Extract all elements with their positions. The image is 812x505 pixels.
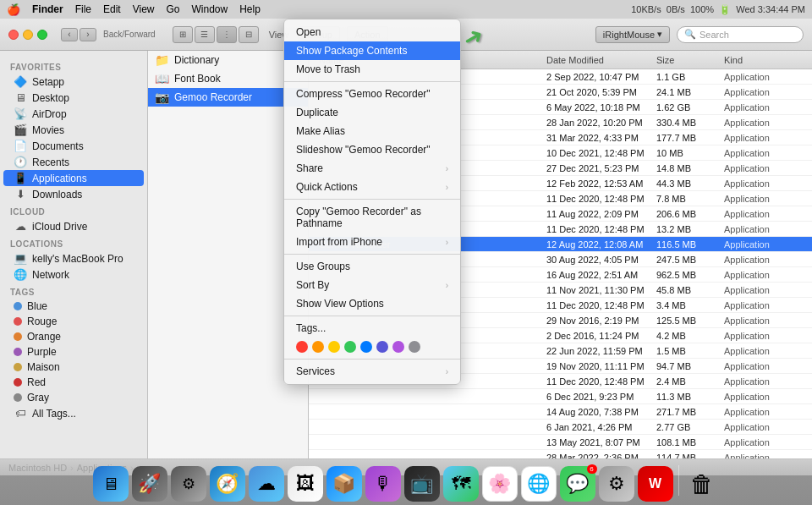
sidebar-label-purple: Purple [27, 346, 57, 358]
sidebar-item-icloud-drive[interactable]: ☁ iCloud Drive [3, 218, 144, 234]
edit-menu[interactable]: Edit [103, 3, 121, 15]
airdrop-icon: 📡 [14, 107, 27, 120]
tag-color-green[interactable] [344, 341, 356, 353]
ctx-share[interactable]: Share › [284, 159, 460, 178]
forward-button[interactable]: › [80, 28, 96, 41]
table-row[interactable]: 14 Aug 2020, 7:38 PM 271.7 MB Applicatio… [309, 404, 812, 420]
dock-wps[interactable]: W [638, 466, 673, 502]
sidebar-item-documents[interactable]: 📄 Documents [3, 138, 144, 154]
cell-date: 12 Feb 2022, 12:53 AM [543, 178, 653, 189]
ctx-compress[interactable]: Compress "Gemoo Recorder" [284, 85, 460, 103]
sort-by-arrow: › [446, 281, 448, 290]
cell-kind: Application [721, 148, 805, 158]
ctx-quick-actions[interactable]: Quick Actions › [284, 178, 460, 196]
dock-photos[interactable]: 🌸 [482, 466, 518, 502]
sidebar-item-all-tags[interactable]: 🏷 All Tags... [3, 405, 144, 421]
sidebar-item-gray[interactable]: Gray [3, 390, 144, 405]
sidebar-item-red[interactable]: Red [3, 375, 144, 390]
irightmouse-button[interactable]: iRightMouse ▾ [595, 26, 670, 43]
sidebar-item-maison[interactable]: Maison [3, 360, 144, 375]
sidebar-item-purple[interactable]: Purple [3, 344, 144, 360]
table-row[interactable]: 13 May 2021, 8:07 PM 108.1 MB Applicatio… [309, 435, 812, 450]
dock-icloud[interactable]: ☁ [249, 466, 284, 502]
tag-color-red[interactable] [296, 341, 308, 353]
file-menu[interactable]: File [75, 3, 91, 15]
sidebar-item-macbook[interactable]: 💻 kelly's MacBook Pro [3, 250, 144, 266]
dock-maps[interactable]: 🗺 [443, 466, 479, 502]
cell-kind: Application [721, 270, 805, 280]
cell-kind: Application [721, 285, 805, 295]
ctx-show-view-options[interactable]: Show View Options [284, 294, 460, 313]
ctx-import-iphone[interactable]: Import from iPhone › [284, 233, 460, 251]
column-view-button[interactable]: ⋮ [217, 26, 237, 43]
tag-color-yellow[interactable] [328, 341, 340, 353]
ctx-tags[interactable]: Tags... [284, 319, 460, 338]
ctx-make-alias[interactable]: Make Alias [284, 122, 460, 140]
dock: 🖥 🚀 ⚙ 🧭 ☁ 🖼 📦 🎙 📺 🗺 🌸 🌐 💬 6 ⚙ W [0, 458, 812, 505]
ctx-sort-by[interactable]: Sort By › [284, 276, 460, 294]
sidebar-item-setapp[interactable]: 🔷 Setapp [3, 74, 144, 90]
dock-appletv[interactable]: 📺 [404, 466, 440, 502]
sidebar-item-applications[interactable]: 📱 Applications [3, 170, 144, 186]
sidebar-label-blue: Blue [27, 300, 47, 312]
dock-appstore[interactable]: 📦 [326, 466, 362, 502]
back-button[interactable]: ‹ [61, 28, 78, 41]
tag-color-gray[interactable] [409, 341, 420, 353]
sidebar-item-airdrop[interactable]: 📡 AirDrop [3, 106, 144, 122]
sidebar-item-recents[interactable]: 🕐 Recents [3, 154, 144, 170]
ctx-show-package[interactable]: Show Package Contents [284, 41, 460, 60]
ctx-copy-pathname[interactable]: Copy "Gemoo Recorder" as Pathname [284, 202, 460, 233]
file-list-area: 📁 Dictionary › 📖 Font Book › 📷 Gemoo Rec… [148, 51, 812, 458]
sidebar-item-network[interactable]: 🌐 Network [3, 266, 144, 283]
ctx-open[interactable]: Open [284, 23, 460, 41]
dock-automator[interactable]: ⚙ [171, 466, 206, 502]
gallery-view-button[interactable]: ⊟ [239, 26, 259, 43]
icon-view-button[interactable]: ⊞ [173, 26, 193, 43]
finder-menu[interactable]: Finder [32, 3, 63, 15]
dock-launchpad[interactable]: 🚀 [132, 466, 167, 502]
table-row[interactable]: 6 Dec 2021, 9:23 PM 11.3 MB Application [309, 389, 812, 404]
cell-kind: Application [721, 178, 805, 189]
tag-color-purple[interactable] [392, 341, 404, 353]
dock-preview[interactable]: 🖼 [288, 466, 323, 502]
cell-date: 11 Dec 2020, 12:48 PM [543, 300, 653, 310]
go-menu[interactable]: Go [167, 3, 180, 15]
dock-safari[interactable]: 🧭 [210, 466, 245, 502]
ctx-move-to-trash[interactable]: Move to Trash [284, 60, 460, 79]
sidebar-item-orange[interactable]: Orange [3, 329, 144, 344]
sidebar-item-desktop[interactable]: 🖥 Desktop [3, 90, 144, 106]
cell-kind: Application [721, 300, 805, 310]
minimize-button[interactable] [23, 30, 33, 40]
apple-menu[interactable]: 🍎 [7, 3, 20, 16]
search-box[interactable]: 🔍 Search [677, 26, 804, 43]
dock-podcasts[interactable]: 🎙 [365, 466, 401, 502]
fullscreen-button[interactable] [37, 30, 47, 40]
ctx-duplicate[interactable]: Duplicate [284, 103, 460, 122]
all-tags-icon: 🏷 [14, 407, 27, 420]
dock-trash[interactable]: 🗑 [684, 466, 720, 502]
cell-date: 6 Jan 2021, 4:26 PM [543, 422, 653, 432]
cell-date-gemoo: 12 Aug 2022, 12:08 AM [543, 239, 653, 250]
sidebar-item-downloads[interactable]: ⬇ Downloads [3, 186, 144, 202]
close-button[interactable] [8, 30, 19, 40]
sidebar-item-movies[interactable]: 🎬 Movies [3, 122, 144, 138]
ctx-use-groups[interactable]: Use Groups [284, 257, 460, 276]
list-view-button[interactable]: ☰ [195, 26, 215, 43]
window-menu[interactable]: Window [192, 3, 228, 15]
dock-messages[interactable]: 💬 6 [560, 466, 595, 502]
tag-color-blue[interactable] [360, 341, 372, 353]
dock-finder[interactable]: 🖥 [93, 466, 129, 502]
tag-color-orange[interactable] [312, 341, 324, 353]
dock-chrome[interactable]: 🌐 [521, 466, 557, 502]
table-row[interactable]: 6 Jan 2021, 4:26 PM 2.77 GB Application [309, 420, 812, 435]
help-menu[interactable]: Help [239, 3, 261, 15]
view-menu[interactable]: View [133, 3, 155, 15]
table-row[interactable]: 28 Mar 2022, 2:36 PM 114.7 MB Applicatio… [309, 450, 812, 458]
ctx-services[interactable]: Services › [284, 362, 460, 381]
tag-color-indigo[interactable] [376, 341, 388, 353]
sidebar-item-blue[interactable]: Blue [3, 299, 144, 314]
ctx-slideshow[interactable]: Slideshow "Gemoo Recorder" [284, 140, 460, 159]
dock-system-prefs[interactable]: ⚙ [599, 466, 634, 502]
cell-kind: Application [721, 72, 805, 82]
sidebar-item-rouge[interactable]: Rouge [3, 314, 144, 329]
